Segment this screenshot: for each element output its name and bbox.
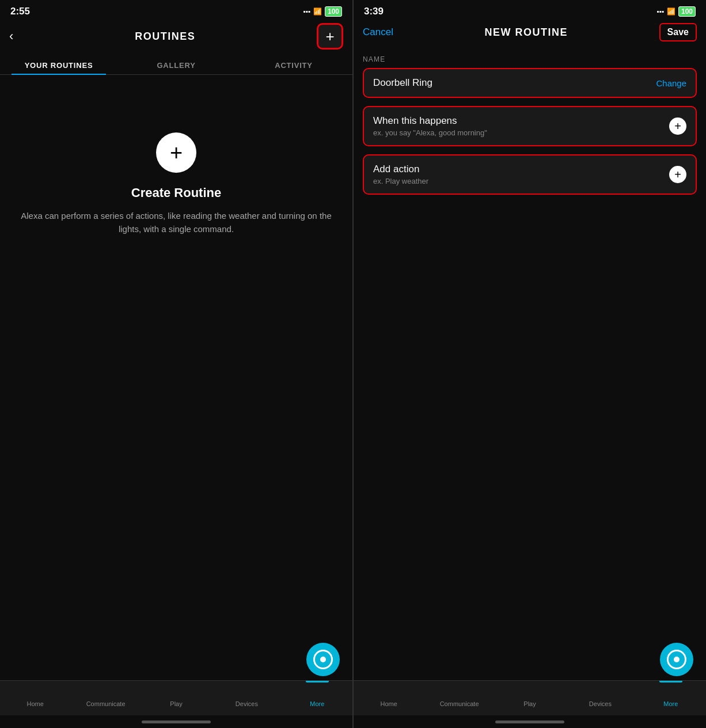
create-routine-button[interactable] [156, 132, 196, 173]
status-icons-1: ▪▪▪ 📶 100 [303, 6, 342, 17]
home-indicator-1 [0, 715, 352, 728]
cancel-button[interactable]: Cancel [363, 26, 393, 38]
alexa-dot-2 [674, 657, 680, 662]
create-routine-desc: Alexa can perform a series of actions, l… [0, 210, 352, 236]
nav-devices-2[interactable]: Devices [565, 685, 635, 707]
routines-title: ROUTINES [135, 31, 195, 43]
when-card[interactable]: When this happens ex. you say "Alexa, go… [363, 106, 697, 146]
action-card[interactable]: Add action ex. Play weather + [363, 154, 697, 195]
nav-play-1[interactable]: Play [141, 685, 211, 707]
change-name-button[interactable]: Change [656, 78, 686, 88]
wifi-icon: 📶 [313, 7, 322, 16]
battery-indicator-1: 100 [325, 6, 342, 17]
home-bar-2 [495, 721, 564, 723]
status-icons-2: ▪▪▪ 📶 100 [656, 6, 696, 17]
home-bar-1 [142, 721, 211, 723]
battery-indicator-2: 100 [678, 6, 696, 17]
nav-home-2[interactable]: Home [354, 685, 424, 707]
alexa-ring-2 [667, 650, 686, 669]
bottom-nav-1: Home Communicate Play Devices More [0, 680, 352, 715]
routines-header: ‹ ROUTINES [0, 20, 352, 55]
action-card-left: Add action ex. Play weather [373, 164, 428, 185]
signal-icon-2: ▪▪▪ [656, 7, 664, 16]
new-routine-body: NAME Doorbell Ring Change When this happ… [354, 47, 706, 680]
alexa-ring-1 [313, 650, 333, 669]
alexa-fab-1[interactable] [306, 643, 340, 676]
status-time-1: 2:55 [10, 6, 30, 17]
nav-home-label-2: Home [381, 700, 397, 707]
nav-more-label-1: More [310, 700, 324, 707]
wifi-icon-2: 📶 [667, 7, 675, 16]
nav-communicate-1[interactable]: Communicate [70, 685, 141, 707]
back-button[interactable]: ‹ [9, 29, 13, 44]
nav-play-label-1: Play [170, 700, 182, 707]
routine-name-value: Doorbell Ring [373, 77, 432, 89]
signal-icon: ▪▪▪ [303, 7, 310, 16]
routines-content: Create Routine Alexa can perform a serie… [0, 75, 352, 680]
nav-devices-label-1: Devices [236, 700, 258, 707]
alexa-dot-1 [320, 657, 326, 662]
status-bar-1: 2:55 ▪▪▪ 📶 100 [0, 0, 352, 20]
nav-communicate-2[interactable]: Communicate [424, 685, 494, 707]
nav-play-label-2: Play [523, 700, 536, 707]
home-indicator-2 [354, 715, 706, 728]
when-card-left: When this happens ex. you say "Alexa, go… [373, 115, 487, 137]
new-routine-header: Cancel NEW ROUTINE Save [354, 20, 706, 47]
nav-devices-label-2: Devices [589, 700, 612, 707]
nav-more-2[interactable]: More [636, 685, 706, 707]
when-subtitle: ex. you say "Alexa, good morning" [373, 128, 487, 137]
screen-routines: 2:55 ▪▪▪ 📶 100 ‹ ROUTINES YOUR ROUTINES … [0, 0, 352, 728]
action-title: Add action [373, 164, 428, 175]
routines-tabs: YOUR ROUTINES GALLERY ACTIVITY [0, 55, 352, 75]
bottom-nav-2: Home Communicate Play Devices More [354, 680, 706, 715]
tab-your-routines[interactable]: YOUR ROUTINES [0, 55, 117, 74]
new-routine-title: NEW ROUTINE [485, 26, 568, 39]
nav-more-1[interactable]: More [282, 685, 352, 707]
nav-home-1[interactable]: Home [0, 685, 70, 707]
name-card[interactable]: Doorbell Ring Change [363, 68, 697, 98]
create-routine-title: Create Routine [131, 185, 221, 200]
screen-new-routine: 3:39 ▪▪▪ 📶 100 Cancel NEW ROUTINE Save N… [352, 0, 706, 728]
status-time-2: 3:39 [364, 6, 384, 17]
when-add-button[interactable]: + [669, 117, 686, 135]
nav-communicate-label-2: Communicate [440, 700, 479, 707]
status-bar-2: 3:39 ▪▪▪ 📶 100 [354, 0, 706, 20]
action-add-button[interactable]: + [669, 166, 686, 183]
action-subtitle: ex. Play weather [373, 177, 428, 185]
name-label: NAME [363, 55, 697, 63]
nav-devices-1[interactable]: Devices [211, 685, 282, 707]
when-title: When this happens [373, 115, 487, 127]
nav-home-label-1: Home [27, 700, 44, 707]
save-button[interactable]: Save [659, 23, 697, 41]
nav-play-2[interactable]: Play [495, 685, 565, 707]
nav-more-label-2: More [663, 700, 678, 707]
add-routine-button[interactable] [317, 23, 343, 50]
alexa-fab-2[interactable] [660, 643, 693, 676]
tab-gallery[interactable]: GALLERY [117, 55, 235, 74]
nav-communicate-label-1: Communicate [86, 700, 126, 707]
tab-activity[interactable]: ACTIVITY [235, 55, 352, 74]
add-button-wrapper [317, 23, 343, 50]
